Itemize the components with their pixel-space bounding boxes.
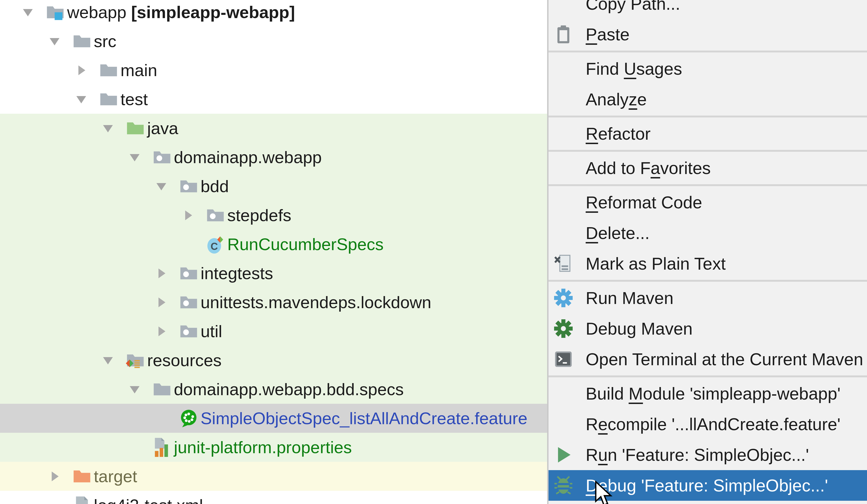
folder-icon bbox=[71, 30, 93, 52]
toggle-expanded-icon[interactable] bbox=[125, 375, 151, 404]
toggle-collapsed-icon[interactable] bbox=[152, 317, 178, 346]
tree-item-label: bdd bbox=[200, 176, 229, 196]
menu-icon-spacer bbox=[553, 58, 574, 79]
toggle-collapsed-icon[interactable] bbox=[152, 288, 178, 317]
tree-row-stepdefs[interactable]: stepdefs bbox=[0, 201, 547, 230]
toggle-expanded-icon[interactable] bbox=[99, 346, 124, 375]
tree-item-label: stepdefs bbox=[226, 206, 291, 225]
tree-row-webapp[interactable]: webapp [simpleapp-webapp] bbox=[0, 0, 547, 27]
tree-row-java[interactable]: java bbox=[0, 114, 547, 143]
menu-item-paste[interactable]: Paste bbox=[548, 19, 867, 50]
tree-row-log4j2-test-xml[interactable]: log4j2-test.xml bbox=[0, 491, 547, 504]
menu-item-add-to-favorites[interactable]: Add to Favorites bbox=[548, 153, 867, 183]
menu-icon-spacer bbox=[553, 89, 574, 109]
tree-item-label: junit-platform.properties bbox=[173, 438, 352, 457]
menu-separator bbox=[548, 279, 867, 283]
folder-icon bbox=[151, 378, 173, 400]
svg-text:C: C bbox=[211, 241, 218, 252]
tree-item-label: test bbox=[119, 89, 148, 109]
context-menu: Copy Path...PasteFind UsagesAnalyzeRefac… bbox=[547, 0, 867, 504]
tree-row-domainapp-webapp[interactable]: domainapp.webapp bbox=[0, 143, 547, 172]
menu-separator bbox=[548, 115, 867, 118]
toggle-spacer bbox=[152, 404, 178, 433]
menu-item-recompile-llandcreate-feature[interactable]: Recompile '...llAndCreate.feature' bbox=[548, 409, 867, 439]
menu-item-label: Recompile '...llAndCreate.feature' bbox=[586, 415, 841, 434]
tree-row-integtests[interactable]: integtests bbox=[0, 259, 547, 288]
menu-icon-spacer bbox=[553, 223, 574, 243]
toggle-collapsed-icon[interactable] bbox=[179, 201, 204, 230]
tree-row-bdd[interactable]: bdd bbox=[0, 172, 547, 201]
tree-row-main[interactable]: main bbox=[0, 56, 547, 85]
terminal-icon bbox=[553, 349, 574, 369]
menu-item-mark-as-plain-text[interactable]: Mark as Plain Text bbox=[548, 248, 867, 279]
tree-item-label: log4j2-test.xml bbox=[93, 496, 203, 504]
run-icon bbox=[553, 444, 574, 465]
mark-plain-text-icon bbox=[553, 254, 574, 274]
tree-row-test[interactable]: test bbox=[0, 85, 547, 114]
menu-item-debug-maven[interactable]: Debug Maven bbox=[548, 313, 867, 344]
menu-item-copy-path[interactable]: Copy Path... bbox=[548, 0, 867, 19]
cucumber-class-icon: C bbox=[204, 233, 226, 255]
menu-item-label: Debug Maven bbox=[586, 319, 693, 339]
toggle-expanded-icon[interactable] bbox=[72, 85, 97, 114]
tree-item-label: util bbox=[200, 322, 222, 341]
toggle-expanded-icon[interactable] bbox=[45, 27, 71, 56]
menu-item-analyze[interactable]: Analyze bbox=[548, 84, 867, 115]
tree-row-target[interactable]: target bbox=[0, 462, 547, 491]
menu-separator bbox=[548, 50, 867, 53]
menu-item-label: Paste bbox=[586, 24, 630, 44]
toggle-collapsed-icon[interactable] bbox=[152, 259, 178, 288]
tree-item-label: domainapp.webapp.bdd.specs bbox=[173, 379, 404, 399]
menu-item-label: Build Module 'simpleapp-webapp' bbox=[586, 384, 841, 404]
toggle-expanded-icon[interactable] bbox=[152, 172, 178, 201]
module-folder-icon bbox=[44, 1, 66, 23]
tree-item-label: SimpleObjectSpec_listAllAndCreate.featur… bbox=[200, 409, 527, 428]
tree-row-runcucumberspecs[interactable]: CRunCucumberSpecs bbox=[0, 230, 547, 259]
tree-row-src[interactable]: src bbox=[0, 27, 547, 56]
menu-item-find-usages[interactable]: Find Usages bbox=[548, 53, 867, 84]
folder-icon bbox=[97, 59, 119, 81]
excluded-folder-icon bbox=[71, 465, 93, 487]
package-folder-icon bbox=[178, 175, 200, 197]
tree-item-label: integtests bbox=[200, 264, 273, 283]
menu-item-build-module-simpleapp-webapp[interactable]: Build Module 'simpleapp-webapp' bbox=[548, 378, 867, 409]
resources-folder-icon bbox=[124, 349, 146, 371]
package-folder-icon bbox=[178, 262, 200, 284]
menu-item-run-maven[interactable]: Run Maven bbox=[548, 283, 867, 313]
menu-item-open-terminal-at-the-current-maven[interactable]: Open Terminal at the Current Maven bbox=[548, 344, 867, 375]
paste-icon bbox=[553, 24, 574, 45]
toggle-expanded-icon[interactable] bbox=[99, 114, 124, 143]
tree-row-util[interactable]: util bbox=[0, 317, 547, 346]
menu-separator bbox=[548, 149, 867, 153]
package-folder-icon bbox=[204, 204, 226, 226]
tree-row-simpleobjectspec-listallandcreate-feature[interactable]: SimpleObjectSpec_listAllAndCreate.featur… bbox=[0, 404, 547, 433]
menu-item-delete[interactable]: Delete... bbox=[548, 218, 867, 248]
menu-item-refactor[interactable]: Refactor bbox=[548, 118, 867, 149]
menu-separator bbox=[548, 183, 867, 187]
tree-row-resources[interactable]: resources bbox=[0, 346, 547, 375]
toggle-spacer bbox=[125, 433, 151, 462]
menu-item-label: Run 'Feature: SimpleObjec...' bbox=[586, 445, 809, 465]
tree-row-domainapp-webapp-bdd-specs[interactable]: domainapp.webapp.bdd.specs bbox=[0, 375, 547, 404]
mouse-cursor-icon bbox=[594, 481, 612, 504]
tree-row-unittests-mavendeps-lockdown[interactable]: unittests.mavendeps.lockdown bbox=[0, 288, 547, 317]
debug-icon bbox=[553, 475, 574, 496]
toggle-collapsed-icon[interactable] bbox=[45, 462, 71, 491]
package-folder-icon bbox=[178, 291, 200, 313]
menu-icon-spacer bbox=[553, 414, 574, 435]
toggle-expanded-icon[interactable] bbox=[19, 0, 44, 27]
menu-item-run-feature-simpleobjec[interactable]: Run 'Feature: SimpleObjec...' bbox=[548, 439, 867, 470]
toggle-collapsed-icon[interactable] bbox=[72, 56, 97, 85]
menu-item-reformat-code[interactable]: Reformat Code bbox=[548, 187, 867, 218]
xml-file-icon bbox=[71, 494, 93, 504]
menu-item-label: Find Usages bbox=[586, 59, 682, 79]
toggle-spacer bbox=[179, 230, 204, 259]
menu-item-label: Reformat Code bbox=[586, 193, 702, 212]
toggle-expanded-icon[interactable] bbox=[125, 143, 151, 172]
tree-item-label: webapp [simpleapp-webapp] bbox=[66, 2, 295, 22]
menu-item-label: Delete... bbox=[586, 223, 650, 243]
menu-item-label: Run Maven bbox=[586, 288, 673, 308]
tree-row-junit-platform-properties[interactable]: junit-platform.properties bbox=[0, 433, 547, 462]
menu-item-label: Mark as Plain Text bbox=[586, 254, 726, 274]
tree-item-label: src bbox=[93, 32, 116, 51]
